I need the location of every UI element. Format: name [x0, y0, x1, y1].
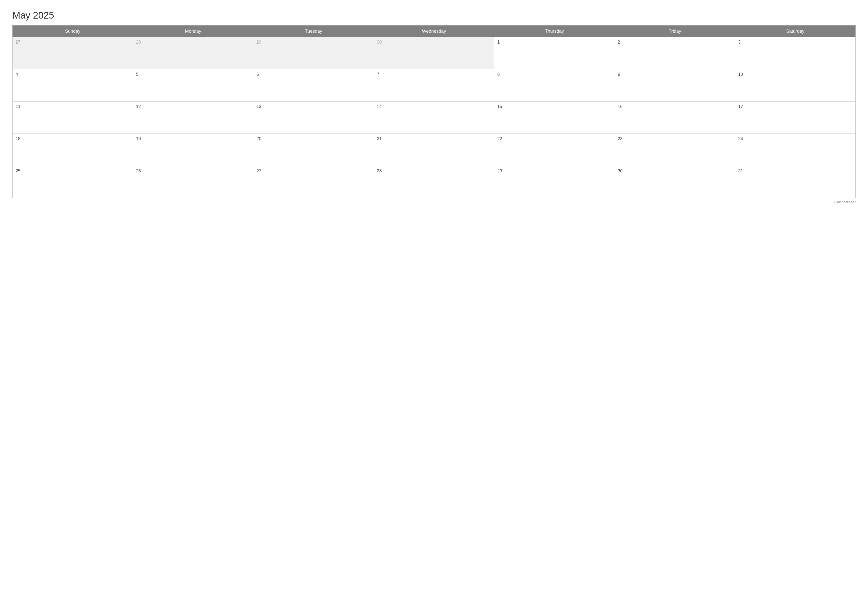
day-header-sunday: Sunday	[12, 25, 133, 37]
day-header-friday: Friday	[615, 25, 735, 37]
calendar-day-cell: 31	[735, 166, 856, 198]
calendar-day-cell: 8	[494, 69, 615, 101]
calendar-day-cell: 9	[615, 69, 735, 101]
calendar-day-cell: 18	[12, 134, 133, 166]
calendar-day-cell: 1	[494, 37, 615, 69]
calendar-day-cell: 15	[494, 101, 615, 134]
day-header-monday: Monday	[133, 25, 253, 37]
calendar-day-cell: 10	[735, 69, 856, 101]
calendar-day-cell: 16	[615, 101, 735, 134]
calendar-day-cell: 11	[12, 101, 133, 134]
day-header-wednesday: Wednesday	[374, 25, 494, 37]
calendar-day-cell: 27	[253, 166, 374, 198]
calendar-day-cell: 19	[133, 134, 253, 166]
calendar-day-cell: 14	[374, 101, 494, 134]
calendar-week-row: 27282930123	[12, 37, 856, 69]
calendar-week-row: 18192021222324	[12, 134, 856, 166]
calendar-day-cell: 26	[133, 166, 253, 198]
calendar-day-cell: 24	[735, 134, 856, 166]
calendar-day-cell: 17	[735, 101, 856, 134]
calendar-day-cell: 2	[615, 37, 735, 69]
calendar-day-cell: 27	[12, 37, 133, 69]
day-header-thursday: Thursday	[494, 25, 615, 37]
calendar-day-cell: 28	[133, 37, 253, 69]
calendar-week-row: 45678910	[12, 69, 856, 101]
calendar-day-cell: 5	[133, 69, 253, 101]
calendar-day-cell: 12	[133, 101, 253, 134]
calendar-day-cell: 28	[374, 166, 494, 198]
calendar-day-cell: 30	[374, 37, 494, 69]
calendar-day-cell: 20	[253, 134, 374, 166]
calendar-header: SundayMondayTuesdayWednesdayThursdayFrid…	[12, 25, 856, 37]
calendar-day-cell: 22	[494, 134, 615, 166]
calendar-day-cell: 29	[253, 37, 374, 69]
calendar-body: 2728293012345678910111213141516171819202…	[12, 37, 856, 198]
footer-credit: iCalendars.net	[12, 200, 856, 204]
days-of-week-row: SundayMondayTuesdayWednesdayThursdayFrid…	[12, 25, 856, 37]
calendar-day-cell: 30	[615, 166, 735, 198]
day-header-tuesday: Tuesday	[253, 25, 374, 37]
calendar-day-cell: 21	[374, 134, 494, 166]
day-header-saturday: Saturday	[735, 25, 856, 37]
calendar-day-cell: 13	[253, 101, 374, 134]
calendar-day-cell: 4	[12, 69, 133, 101]
calendar-day-cell: 25	[12, 166, 133, 198]
calendar-week-row: 25262728293031	[12, 166, 856, 198]
calendar-title: May 2025	[12, 10, 856, 21]
calendar-day-cell: 7	[374, 69, 494, 101]
calendar-day-cell: 23	[615, 134, 735, 166]
calendar-table: SundayMondayTuesdayWednesdayThursdayFrid…	[12, 25, 856, 198]
calendar-day-cell: 29	[494, 166, 615, 198]
calendar-day-cell: 6	[253, 69, 374, 101]
calendar-week-row: 11121314151617	[12, 101, 856, 134]
calendar-day-cell: 3	[735, 37, 856, 69]
